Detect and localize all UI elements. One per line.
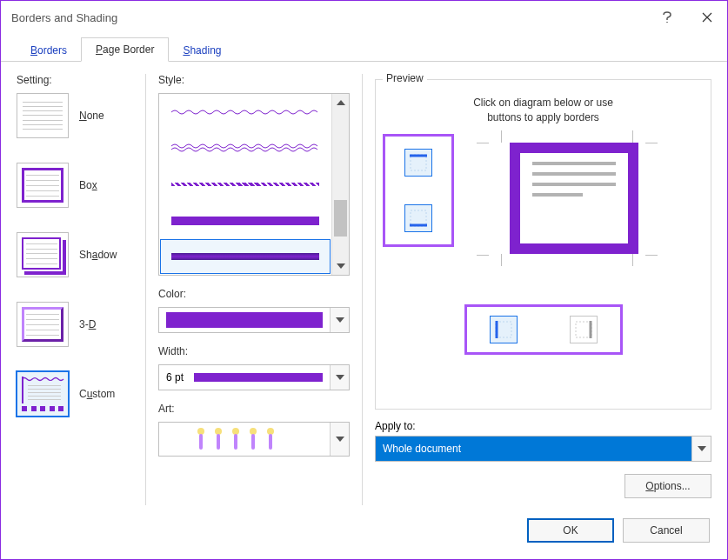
setting-box-label: Box: [79, 179, 97, 191]
close-button[interactable]: [687, 1, 727, 34]
scroll-track[interactable]: [332, 111, 349, 257]
setting-custom[interactable]: Custom: [17, 371, 145, 417]
art-glyph-icon: [192, 426, 297, 452]
tab-bar: Borders Page Border Shading: [1, 34, 727, 62]
scroll-up-button[interactable]: [332, 94, 349, 111]
style-item[interactable]: [160, 203, 331, 238]
style-listbox[interactable]: [158, 93, 350, 276]
svg-rect-10: [411, 155, 426, 170]
scroll-down-button[interactable]: [332, 257, 349, 275]
help-button[interactable]: [647, 1, 687, 34]
svg-rect-1: [199, 434, 203, 450]
ok-button[interactable]: OK: [527, 518, 614, 543]
svg-point-6: [250, 428, 257, 435]
wave-icon: [22, 377, 65, 382]
chevron-down-icon[interactable]: [330, 423, 349, 456]
setting-3d[interactable]: 3-D: [17, 302, 145, 347]
dialog-window: Borders and Shading Borders Page Border …: [0, 0, 728, 560]
cancel-button[interactable]: Cancel: [623, 518, 710, 543]
width-preview: [194, 373, 323, 382]
apply-to-label: Apply to:: [375, 420, 711, 432]
window-title: Borders and Shading: [11, 11, 647, 24]
setting-none[interactable]: None: [17, 93, 145, 138]
title-bar: Borders and Shading: [1, 1, 727, 34]
setting-column: Setting: None Box Shadow: [17, 74, 145, 505]
svg-rect-5: [234, 434, 237, 450]
svg-rect-16: [576, 322, 591, 337]
dialog-body: Setting: None Box Shadow: [1, 62, 727, 512]
scroll-thumb[interactable]: [334, 200, 347, 237]
style-item[interactable]: [160, 167, 331, 202]
style-scrollbar[interactable]: [331, 94, 349, 275]
apply-to-combo[interactable]: Whole document: [375, 436, 711, 462]
chevron-down-icon[interactable]: [330, 365, 349, 390]
art-combo[interactable]: [158, 422, 350, 457]
style-item[interactable]: [160, 95, 331, 130]
setting-box-icon: [17, 163, 69, 208]
chevron-down-icon[interactable]: [330, 308, 349, 332]
svg-rect-14: [496, 322, 511, 337]
style-item[interactable]: [160, 131, 331, 166]
dialog-footer: OK Cancel: [1, 512, 727, 559]
style-column: Style: Color: Wi: [145, 74, 363, 505]
preview-diagram[interactable]: [510, 143, 638, 254]
setting-custom-label: Custom: [79, 388, 115, 400]
tab-page-border[interactable]: Page Border: [81, 37, 169, 62]
border-top-button[interactable]: [404, 149, 432, 177]
svg-rect-3: [217, 434, 220, 450]
svg-rect-9: [269, 434, 272, 450]
preview-label: Preview: [383, 72, 427, 84]
color-label: Color:: [158, 288, 350, 300]
setting-none-label: None: [79, 110, 104, 122]
width-value: 6 pt: [166, 371, 184, 383]
style-items: [159, 94, 331, 275]
tab-borders[interactable]: Borders: [17, 39, 81, 62]
chevron-down-icon[interactable]: [691, 437, 711, 461]
preview-column: Preview Click on diagram below or usebut…: [363, 74, 711, 505]
setting-shadow-icon: [17, 232, 69, 277]
art-label: Art:: [158, 403, 350, 415]
border-bottom-button[interactable]: [404, 204, 432, 232]
style-item-selected[interactable]: [160, 239, 331, 274]
width-combo[interactable]: 6 pt: [158, 364, 350, 390]
setting-none-icon: [17, 93, 69, 138]
setting-3d-label: 3-D: [79, 318, 96, 330]
preview-instructions: Click on diagram below or usebuttons to …: [376, 87, 711, 129]
setting-shadow[interactable]: Shadow: [17, 232, 145, 277]
setting-box[interactable]: Box: [17, 163, 145, 208]
border-right-button[interactable]: [570, 316, 598, 343]
left-edge-buttons-highlight: [383, 134, 454, 247]
options-button[interactable]: Options...: [624, 474, 711, 498]
svg-point-2: [215, 428, 222, 435]
bottom-edge-buttons-highlight: [464, 304, 623, 355]
svg-point-0: [197, 428, 204, 435]
svg-point-8: [267, 428, 274, 435]
style-label: Style:: [158, 74, 350, 86]
tab-shading[interactable]: Shading: [169, 39, 235, 62]
apply-to-value: Whole document: [376, 443, 691, 455]
width-label: Width:: [158, 345, 350, 357]
svg-rect-12: [411, 210, 426, 226]
preview-group: Preview Click on diagram below or usebut…: [375, 79, 711, 410]
setting-custom-icon: [17, 371, 69, 417]
setting-3d-icon: [17, 302, 69, 347]
setting-group-label: Setting:: [17, 74, 145, 86]
svg-point-4: [232, 428, 239, 435]
color-combo[interactable]: [158, 307, 350, 333]
svg-rect-7: [251, 434, 255, 450]
border-left-button[interactable]: [490, 316, 518, 343]
setting-shadow-label: Shadow: [79, 249, 117, 261]
color-swatch: [166, 312, 323, 328]
